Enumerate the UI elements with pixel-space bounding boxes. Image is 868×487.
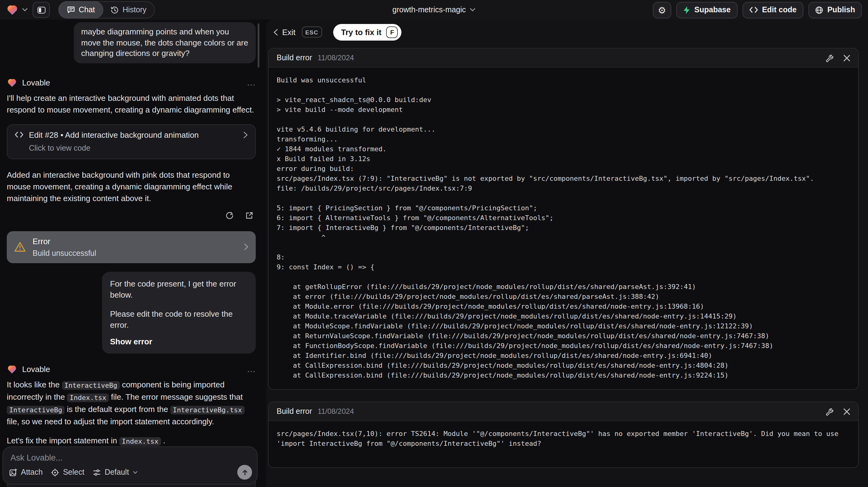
lovable-logo-icon[interactable] (6, 4, 19, 16)
user-message: maybe diagramming points and when you mo… (74, 22, 256, 63)
tab-history[interactable]: History (103, 2, 155, 18)
edit-card-28[interactable]: Edit #28 • Add interactive background an… (7, 124, 256, 159)
build-error-title: Build error (277, 407, 312, 416)
try-to-fix-button[interactable]: Try to fix it F (333, 24, 401, 40)
message-actions (7, 209, 256, 222)
attach-image-icon (9, 468, 17, 476)
project-switcher[interactable]: growth-metrics-magic (393, 0, 476, 20)
lovable-avatar (7, 78, 17, 87)
assistant-header: Lovable ... (7, 365, 256, 374)
arrow-up-icon (241, 469, 248, 476)
project-chevron-down-icon (470, 8, 475, 12)
build-error-log[interactable]: src/pages/Index.tsx(7,10): error TS2614:… (269, 421, 858, 467)
mode-label: Default (104, 468, 129, 477)
assistant-name: Lovable (22, 365, 50, 374)
inline-code: InteractiveBg (62, 381, 120, 390)
esc-keycap: ESC (302, 26, 322, 37)
fix-wrench-button[interactable] (826, 54, 834, 62)
chat-panel: maybe diagramming points and when you mo… (0, 20, 261, 487)
assistant-message: Let's fix the import statement in Index.… (7, 435, 256, 447)
external-link-icon (245, 212, 253, 219)
publish-button[interactable]: Publish (808, 2, 862, 18)
message-more-button[interactable]: ... (247, 78, 256, 87)
code-brackets-icon (749, 7, 758, 13)
chevron-left-icon (274, 29, 278, 35)
preview-panel: Exit ESC Try to fix it F Build error 11/… (266, 20, 868, 487)
inline-code: Index.tsx (67, 393, 109, 402)
chat-bubble-icon (67, 6, 75, 13)
user-message-line: For the code present, I get the error be… (110, 278, 248, 300)
chevron-right-icon (243, 131, 248, 138)
edit-card-title: Edit #28 • Add interactive background an… (29, 130, 199, 139)
user-message: For the code present, I get the error be… (102, 272, 256, 354)
build-error-summary-card[interactable]: Error Build unsuccessful (7, 231, 256, 263)
chat-scrollbar[interactable] (257, 23, 259, 68)
send-button[interactable] (237, 465, 252, 480)
select-target-icon (51, 468, 59, 476)
close-icon[interactable] (843, 54, 850, 61)
gear-icon: ⚙ (658, 5, 666, 14)
assistant-message: I'll help create an interactive backgrou… (7, 92, 256, 115)
select-button[interactable]: Select (51, 468, 85, 477)
history-clock-icon (111, 6, 119, 14)
build-error-header: Build error 11/08/2024 (269, 402, 858, 421)
edit-card-subtitle: Click to view code (29, 144, 248, 152)
mode-select[interactable]: Default (93, 468, 137, 477)
attach-button[interactable]: Attach (9, 468, 43, 477)
panel-left-icon (37, 6, 45, 13)
user-message-line: Please edit the code to resolve the erro… (110, 308, 248, 331)
exit-label: Exit (282, 27, 296, 37)
build-error-date: 11/08/2024 (317, 407, 354, 416)
app-window: Chat History growth-metrics-magic ⚙ (0, 0, 868, 487)
restore-button[interactable] (222, 209, 236, 222)
show-error-link[interactable]: Show error (110, 336, 248, 347)
fix-wrench-button[interactable] (826, 407, 834, 415)
error-card-title: Error (33, 237, 96, 246)
build-error-log[interactable]: Build was unsuccessful > vite_react_shad… (269, 68, 858, 389)
exit-button[interactable]: Exit (274, 27, 296, 37)
assistant-header: Lovable ... (7, 78, 256, 87)
warning-triangle-icon (14, 242, 26, 252)
select-label: Select (63, 468, 85, 477)
sidebar-toggle-button[interactable] (33, 2, 50, 18)
globe-icon (815, 6, 823, 14)
chevron-right-icon (244, 243, 248, 250)
build-error-card-1: Build error 11/08/2024 Build was unsucce… (268, 48, 859, 390)
tab-history-label: History (123, 5, 147, 14)
build-error-date: 11/08/2024 (317, 54, 354, 62)
tab-chat[interactable]: Chat (58, 1, 103, 19)
f-keycap: F (386, 26, 398, 38)
sliders-icon (93, 468, 101, 476)
supabase-icon (683, 6, 690, 14)
build-error-title: Build error (277, 54, 312, 62)
close-icon[interactable] (843, 408, 850, 415)
preview-header: Exit ESC Try to fix it F (266, 20, 868, 44)
supabase-label: Supabase (694, 5, 731, 14)
settings-button[interactable]: ⚙ (653, 2, 671, 18)
top-bar: Chat History growth-metrics-magic ⚙ (0, 0, 868, 20)
open-preview-button[interactable] (242, 209, 256, 222)
inline-code: InteractiveBg.tsx (170, 405, 244, 414)
edit-code-button[interactable]: Edit code (742, 2, 803, 18)
tab-chat-label: Chat (79, 5, 95, 14)
project-name: growth-metrics-magic (393, 5, 466, 14)
chat-history-tab-group: Chat History (58, 1, 155, 19)
assistant-name: Lovable (22, 78, 50, 87)
composer: Attach Select Default (2, 447, 257, 485)
edit-code-label: Edit code (762, 5, 797, 14)
inline-code: InteractiveBg (7, 405, 65, 414)
supabase-button[interactable]: Supabase (676, 2, 737, 18)
chevron-down-icon (133, 471, 138, 474)
workspace-chevron-down-icon[interactable] (22, 8, 28, 12)
message-more-button[interactable]: ... (247, 365, 256, 374)
assistant-message: It looks like the InteractiveBg componen… (7, 379, 256, 427)
inline-code: Index.tsx (119, 437, 161, 446)
attach-label: Attach (21, 468, 43, 477)
error-card-subtitle: Build unsuccessful (33, 249, 96, 257)
try-to-fix-label: Try to fix it (341, 27, 381, 37)
build-error-card-2: Build error 11/08/2024 src/pages/Index.t… (268, 401, 859, 468)
code-brackets-icon (15, 131, 23, 138)
lovable-avatar (7, 365, 17, 374)
assistant-message: Added an interactive background with pin… (7, 169, 256, 204)
refresh-icon (225, 212, 233, 219)
